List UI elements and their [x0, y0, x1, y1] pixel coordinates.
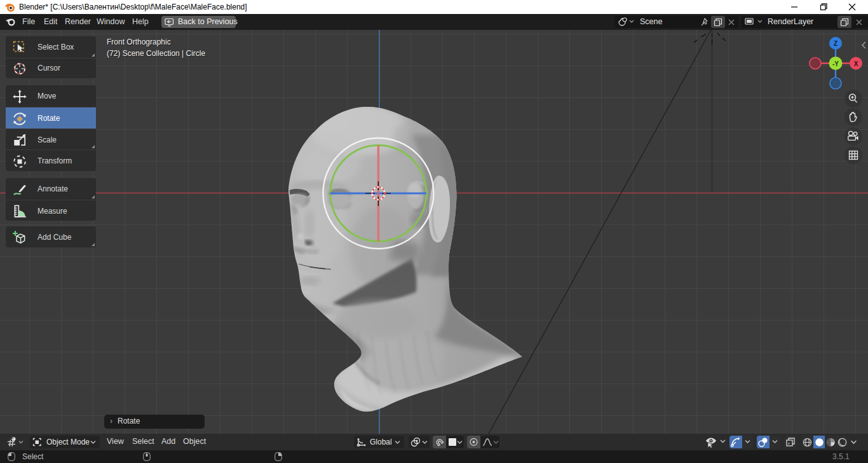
- svg-text:X: X: [854, 60, 858, 67]
- svg-text:-Y: -Y: [832, 60, 839, 67]
- svg-text:Z: Z: [834, 40, 837, 47]
